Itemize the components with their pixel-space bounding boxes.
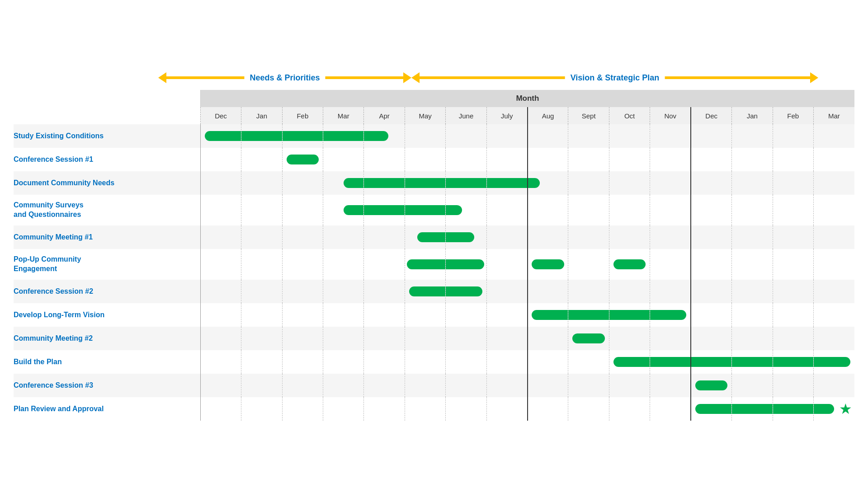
bar-cell-col5 bbox=[364, 327, 405, 350]
bar-cell-col16 bbox=[813, 327, 854, 350]
bar-cell-col9 bbox=[528, 249, 568, 280]
bar-cell-col1 bbox=[200, 280, 241, 303]
bar-cell-col3 bbox=[282, 148, 323, 171]
month-header-row: Month bbox=[14, 90, 854, 107]
bar-cell-col2 bbox=[241, 171, 282, 195]
vision-arrow-right bbox=[810, 72, 818, 83]
bar-cell-col2 bbox=[241, 124, 282, 148]
task-row: Community Meeting #1 bbox=[14, 225, 854, 249]
gantt-bar-0 bbox=[695, 404, 731, 414]
gantt-table: Month Dec Jan Feb Mar Apr May June July … bbox=[14, 90, 854, 421]
bar-cell-col9 bbox=[528, 397, 568, 421]
gantt-bar-0 bbox=[405, 205, 445, 215]
gantt-bar-0 bbox=[568, 310, 609, 320]
bar-cell-col3 bbox=[282, 225, 323, 249]
bar-cell-col15 bbox=[773, 124, 813, 148]
bar-cell-col11 bbox=[609, 171, 650, 195]
bar-cell-col6 bbox=[405, 171, 445, 195]
bar-cell-col9 bbox=[528, 303, 568, 327]
vision-arrow-left bbox=[411, 72, 420, 83]
bar-cell-col10 bbox=[568, 124, 609, 148]
bar-cell-col8 bbox=[486, 397, 527, 421]
task-row: Study Existing Conditions bbox=[14, 124, 854, 148]
bar-cell-col13 bbox=[691, 171, 731, 195]
bar-cell-col10 bbox=[568, 303, 609, 327]
bar-cell-col15 bbox=[773, 350, 813, 374]
task-label-cell: Build the Plan bbox=[14, 350, 200, 374]
gantt-bar-0 bbox=[732, 404, 772, 414]
bar-cell-col7 bbox=[446, 225, 486, 249]
bar-cell-col5 bbox=[364, 124, 405, 148]
bar-cell-col12 bbox=[650, 397, 691, 421]
bar-cell-col7 bbox=[446, 171, 486, 195]
task-label-text: Community Surveysand Questionnaires bbox=[14, 201, 200, 220]
task-label-cell: Develop Long-Term Vision bbox=[14, 303, 200, 327]
task-label-text: Community Meeting #2 bbox=[14, 334, 93, 342]
bar-cell-col16 bbox=[813, 280, 854, 303]
bar-cell-col5 bbox=[364, 397, 405, 421]
bar-cell-col1 bbox=[200, 350, 241, 374]
gantt-bar-0 bbox=[487, 178, 527, 188]
col-mar2: Mar bbox=[813, 107, 854, 124]
bar-cell-col7 bbox=[446, 397, 486, 421]
bar-cell-col4 bbox=[323, 397, 364, 421]
phase-arrows-row: Needs & Priorities Vision & Strategic Pl… bbox=[158, 67, 854, 88]
bar-cell-col13 bbox=[691, 280, 731, 303]
bar-cell-col10 bbox=[568, 225, 609, 249]
bar-cell-col5 bbox=[364, 303, 405, 327]
bar-cell-col5 bbox=[364, 171, 405, 195]
col-apr: Apr bbox=[364, 107, 405, 124]
gantt-bar-0 bbox=[283, 131, 323, 141]
bar-cell-col11 bbox=[609, 195, 650, 225]
gantt-bar-0 bbox=[344, 205, 364, 215]
gantt-bar-0 bbox=[446, 286, 482, 296]
bar-cell-col2 bbox=[241, 225, 282, 249]
bar-cell-col5 bbox=[364, 249, 405, 280]
bar-cell-col12 bbox=[650, 148, 691, 171]
task-label-text: Build the Plan bbox=[14, 358, 62, 366]
bar-cell-col8 bbox=[486, 195, 527, 225]
bar-cell-col10 bbox=[568, 327, 609, 350]
col-sept: Sept bbox=[568, 107, 609, 124]
bar-cell-col15 bbox=[773, 171, 813, 195]
gantt-bar-0 bbox=[364, 178, 404, 188]
bar-cell-col11 bbox=[609, 249, 650, 280]
bar-cell-col1 bbox=[200, 148, 241, 171]
bar-cell-col2 bbox=[241, 249, 282, 280]
bar-cell-col13 bbox=[691, 225, 731, 249]
bar-cell-col5 bbox=[364, 195, 405, 225]
bar-cell-col8 bbox=[486, 225, 527, 249]
bar-cell-col8 bbox=[486, 350, 527, 374]
bar-cell-col2 bbox=[241, 374, 282, 397]
bar-cell-col3 bbox=[282, 350, 323, 374]
bar-cell-col2 bbox=[241, 303, 282, 327]
bar-cell-col7 bbox=[446, 303, 486, 327]
bar-cell-col14 bbox=[732, 249, 773, 280]
bar-cell-col7 bbox=[446, 280, 486, 303]
bar-cell-col13 bbox=[691, 249, 731, 280]
task-row: Community Meeting #2 bbox=[14, 327, 854, 350]
bar-cell-col6 bbox=[405, 280, 445, 303]
bar-cell-col16 bbox=[813, 195, 854, 225]
task-label-text: Develop Long-Term Vision bbox=[14, 311, 104, 319]
bar-cell-col4 bbox=[323, 124, 364, 148]
bar-cell-col13 bbox=[691, 148, 731, 171]
gantt-bar-0 bbox=[344, 178, 364, 188]
bar-cell-col10 bbox=[568, 350, 609, 374]
bar-cell-col16 bbox=[813, 124, 854, 148]
bar-cell-col1 bbox=[200, 195, 241, 225]
bar-cell-col6 bbox=[405, 249, 445, 280]
bar-cell-col6 bbox=[405, 195, 445, 225]
bar-cell-col13 bbox=[691, 195, 731, 225]
task-label-text: Conference Session #3 bbox=[14, 381, 93, 389]
needs-arrow-left bbox=[158, 72, 166, 83]
gantt-bar-1 bbox=[781, 404, 813, 414]
task-label-text: Plan Review and Approval bbox=[14, 405, 104, 413]
bar-cell-col9 bbox=[528, 327, 568, 350]
bar-cell-col6 bbox=[405, 397, 445, 421]
bar-cell-col1 bbox=[200, 397, 241, 421]
task-label-cell: Document Community Needs bbox=[14, 171, 200, 195]
gantt-bar-0 bbox=[446, 232, 474, 242]
col-aug: Aug bbox=[528, 107, 568, 124]
bar-cell-col12 bbox=[650, 249, 691, 280]
